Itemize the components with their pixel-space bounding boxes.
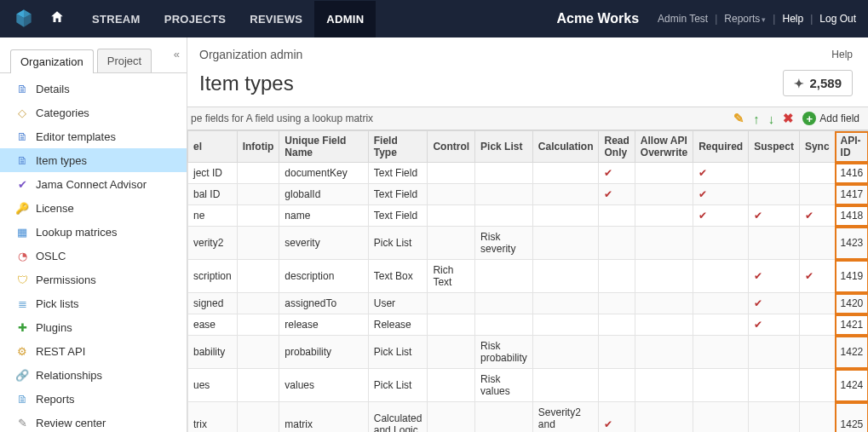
sidebar-item-label: License	[36, 202, 74, 215]
col-pick-list[interactable]: Pick List	[475, 131, 533, 163]
col-read-only[interactable]: Read Only	[599, 131, 635, 163]
table-row[interactable]: verity2severityPick ListRisk severity142…	[188, 227, 869, 260]
sidebar-list: 🗎Details◇Categories🗎Editor templates🗎Ite…	[0, 73, 187, 432]
sidebar-item-categories[interactable]: ◇Categories	[0, 101, 187, 124]
cell-unique-name: name	[279, 205, 368, 227]
sidebar-item-license[interactable]: 🔑License	[0, 196, 187, 220]
sidebar-item-permissions[interactable]: 🛡Permissions	[0, 268, 187, 291]
cell-required	[693, 314, 749, 336]
table-row[interactable]: uesvaluesPick ListRisk values1424	[188, 369, 869, 402]
sidebar-item-pick-lists[interactable]: ≣Pick lists	[0, 291, 187, 315]
check-icon: ✔	[604, 188, 612, 200]
cell-label: bability	[188, 336, 238, 369]
table-row[interactable]: ject IDdocumentKeyText Field✔✔1416	[188, 163, 869, 184]
home-icon[interactable]	[49, 9, 65, 29]
col-required[interactable]: Required	[693, 131, 749, 163]
cell-api-id: 1421	[835, 314, 868, 336]
rest-api-icon: ⚙	[15, 344, 29, 358]
edit-icon[interactable]: ✎	[733, 111, 744, 126]
cell-sync	[799, 227, 835, 260]
sidebar-item-jama-connect-advisor[interactable]: ✔Jama Connect Advisor	[0, 172, 187, 196]
table-row[interactable]: easereleaseRelease✔1421	[188, 314, 869, 336]
license-icon: 🔑	[15, 201, 29, 215]
table-row[interactable]: nenameText Field✔✔✔1418	[188, 205, 869, 227]
cell-suspect	[749, 227, 800, 260]
cell-allow-api	[635, 336, 693, 369]
col-calculation[interactable]: Calculation	[532, 131, 599, 163]
table-row[interactable]: scriptiondescriptionText BoxRich Text✔✔1…	[188, 260, 869, 293]
sidebar-item-details[interactable]: 🗎Details	[0, 77, 187, 101]
app-logo-icon	[12, 7, 36, 31]
help-link[interactable]: Help	[831, 49, 853, 60]
cell-required	[693, 227, 749, 260]
sidebar-item-label: Relationships	[36, 369, 102, 382]
col-control[interactable]: Control	[428, 131, 475, 163]
cell-infotip	[237, 314, 279, 336]
col-sync[interactable]: Sync	[799, 131, 835, 163]
count-badge[interactable]: ✦ 2,589	[783, 70, 853, 96]
permissions-icon: 🛡	[15, 273, 29, 286]
cell-suspect: ✔	[749, 205, 800, 227]
move-down-icon[interactable]: ↓	[768, 112, 775, 126]
add-field-button[interactable]: + Add field	[802, 112, 859, 125]
cell-allow-api	[635, 369, 693, 402]
cell-read-only	[599, 227, 635, 260]
top-nav: STREAMPROJECTSREVIEWSADMIN Acme Works Ad…	[0, 0, 868, 37]
sidebar-item-plugins[interactable]: ✚Plugins	[0, 315, 187, 339]
cell-infotip	[237, 293, 279, 314]
collapse-sidebar-icon[interactable]: «	[174, 48, 180, 60]
cell-allow-api	[635, 205, 693, 227]
nav-item-projects[interactable]: PROJECTS	[152, 1, 238, 37]
col-label[interactable]: el	[188, 131, 238, 163]
sidebar-item-editor-templates[interactable]: 🗎Editor templates	[0, 124, 187, 148]
cell-control	[428, 314, 475, 336]
reports-link[interactable]: Reports▾	[724, 13, 766, 25]
tab-project[interactable]: Project	[97, 49, 152, 72]
table-row[interactable]: bal IDglobalIdText Field✔✔1417	[188, 184, 869, 205]
sidebar-item-item-types[interactable]: 🗎Item types	[0, 148, 187, 172]
cell-label: ne	[188, 205, 238, 227]
help-link-top[interactable]: Help	[782, 13, 803, 25]
col-infotip[interactable]: Infotip	[237, 131, 279, 163]
table-row[interactable]: trixmatrixCalculated and LogicSeverity2 …	[188, 402, 869, 433]
count-value: 2,589	[809, 76, 842, 90]
table-row[interactable]: babilityprobabilityPick ListRisk probabi…	[188, 336, 869, 369]
table-row[interactable]: signedassignedToUser✔1420	[188, 293, 869, 314]
nav-item-reviews[interactable]: REVIEWS	[238, 1, 314, 37]
nav-item-stream[interactable]: STREAM	[80, 1, 152, 37]
cell-suspect: ✔	[749, 260, 800, 293]
logout-link[interactable]: Log Out	[819, 13, 856, 25]
cell-pick-list	[475, 184, 533, 205]
sidebar-item-lookup-matrices[interactable]: ▦Lookup matrices	[0, 220, 187, 244]
delete-icon[interactable]: ✖	[783, 111, 794, 126]
sidebar-item-label: REST API	[36, 345, 85, 358]
plus-icon: +	[802, 112, 816, 125]
sidebar-item-review-center[interactable]: ✎Review center	[0, 411, 187, 432]
nav-items: STREAMPROJECTSREVIEWSADMIN	[80, 1, 376, 37]
tab-organization[interactable]: Organization	[10, 49, 94, 73]
sidebar-item-relationships[interactable]: 🔗Relationships	[0, 363, 187, 387]
cell-api-id: 1425	[835, 402, 868, 433]
sidebar-item-rest-api[interactable]: ⚙REST API	[0, 339, 187, 363]
cell-calculation	[532, 227, 599, 260]
cell-control	[428, 163, 475, 184]
cell-api-id: 1416	[835, 163, 868, 184]
cell-api-id: 1418	[835, 205, 868, 227]
col-unique-name[interactable]: Unique Field Name	[279, 131, 368, 163]
cell-suspect	[749, 163, 800, 184]
cell-infotip	[237, 260, 279, 293]
user-link[interactable]: Admin Test	[658, 13, 708, 25]
move-up-icon[interactable]: ↑	[753, 112, 760, 126]
col-allow-api[interactable]: Allow API Overwrite	[635, 131, 693, 163]
col-suspect[interactable]: Suspect	[749, 131, 800, 163]
col-api-id[interactable]: API-ID	[835, 131, 868, 163]
cell-label: trix	[188, 402, 238, 433]
nav-item-admin[interactable]: ADMIN	[314, 1, 376, 37]
check-icon: ✔	[754, 297, 762, 309]
col-field-type[interactable]: Field Type	[368, 131, 428, 163]
cell-api-id: 1424	[835, 369, 868, 402]
table-scroll[interactable]: el Infotip Unique Field Name Field Type …	[187, 130, 868, 432]
sidebar-item-reports[interactable]: 🗎Reports	[0, 387, 187, 411]
cell-read-only	[599, 336, 635, 369]
sidebar-item-oslc[interactable]: ◔OSLC	[0, 244, 187, 268]
